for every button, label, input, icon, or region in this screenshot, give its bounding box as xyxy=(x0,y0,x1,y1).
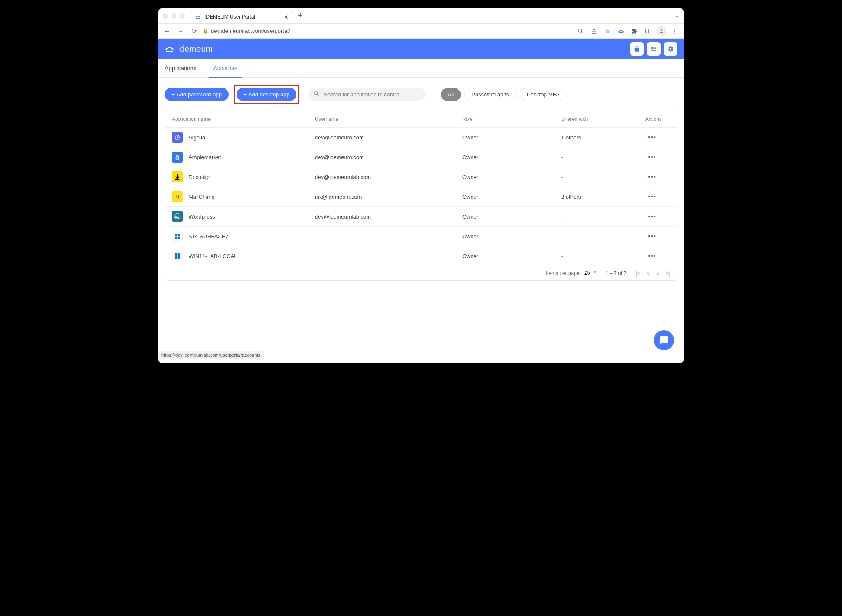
settings-button[interactable] xyxy=(664,42,677,56)
cell-username: dev@idemeumlab.com xyxy=(315,174,462,180)
status-bar: https://dev.idemeumlab.com/userportal/ac… xyxy=(158,351,264,359)
last-page-icon[interactable]: >| xyxy=(665,270,670,277)
toolbar: + Add password app + Add desktop app All… xyxy=(158,78,684,111)
close-window-icon[interactable] xyxy=(163,13,168,19)
url-text: dev.idemeumlab.com/userportal/ xyxy=(211,28,290,34)
table-row: MailChimp nik@idemeum.com Owner 2 others… xyxy=(165,187,677,207)
window-controls[interactable] xyxy=(163,13,185,19)
page-range: 1 – 7 of 7 xyxy=(605,270,626,276)
tab-list-icon[interactable]: ⌄ xyxy=(675,13,679,19)
row-actions-button[interactable]: ••• xyxy=(612,134,670,141)
paginator: Items per page: 25 1 – 7 of 7 |< < > >| xyxy=(165,266,677,280)
share-icon[interactable] xyxy=(589,26,599,36)
svg-rect-22 xyxy=(175,253,177,256)
tab-accounts[interactable]: Accounts xyxy=(213,59,238,77)
cell-role: Owner xyxy=(462,154,561,160)
idemeum-logo-icon xyxy=(165,44,175,54)
cell-username: dev@idemeumlab.com xyxy=(315,213,462,220)
close-tab-icon[interactable]: ✕ xyxy=(284,14,288,20)
cell-shared-with: - xyxy=(561,154,612,160)
zoom-icon[interactable] xyxy=(576,26,586,36)
table-row: a Amplemarket dev@idemeum.com Owner - ••… xyxy=(165,147,677,167)
row-actions-button[interactable]: ••• xyxy=(612,233,670,240)
svg-rect-24 xyxy=(175,256,177,259)
menu-icon[interactable]: ⋮ xyxy=(670,26,680,36)
bookmark-icon[interactable]: ☆ xyxy=(602,26,613,36)
header-shared-with: Shared with xyxy=(561,116,612,122)
filter-password-apps[interactable]: Password apps xyxy=(464,88,516,101)
row-actions-button[interactable]: ••• xyxy=(612,213,670,220)
lock-icon xyxy=(634,45,640,52)
cell-username: dev@idemeum.com xyxy=(315,134,462,141)
plus-icon: + xyxy=(243,91,247,98)
extension-idemeum-icon[interactable] xyxy=(616,26,626,36)
lock-button[interactable] xyxy=(630,42,644,56)
first-page-icon[interactable]: |< xyxy=(636,270,641,277)
page-size-control: Items per page: 25 xyxy=(546,269,596,277)
svg-rect-23 xyxy=(178,253,180,256)
cell-application-name: WIN11-LAB-LOCAL xyxy=(189,253,237,259)
cell-application-name: MailChimp xyxy=(189,194,214,200)
chat-icon xyxy=(659,335,669,345)
browser-urlbar: ← → ⟳ 🔒 dev.idemeumlab.com/userportal/ ☆… xyxy=(158,24,684,39)
filter-desktop-mfa[interactable]: Desktop MFA xyxy=(520,88,567,101)
page-size-select[interactable]: 25 xyxy=(584,269,596,277)
search-box[interactable] xyxy=(308,88,426,101)
sidepanel-icon[interactable] xyxy=(643,26,653,36)
highlight-annotation: + Add desktop app xyxy=(234,85,299,104)
prev-page-icon[interactable]: < xyxy=(647,270,650,277)
minimize-window-icon[interactable] xyxy=(171,13,176,19)
filter-all[interactable]: All xyxy=(441,88,461,101)
svg-line-10 xyxy=(317,94,318,96)
brand-logo[interactable]: idemeum xyxy=(165,44,213,54)
cell-role: Owner xyxy=(462,194,561,200)
maximize-window-icon[interactable] xyxy=(180,13,185,19)
plus-icon: + xyxy=(171,91,175,98)
cell-shared-with: - xyxy=(561,253,612,259)
tune-button[interactable] xyxy=(647,42,661,56)
windows-icon xyxy=(172,231,183,242)
cell-shared-with: 2 others xyxy=(561,194,612,200)
svg-rect-18 xyxy=(175,234,177,236)
browser-tab[interactable]: IDEMEUM User Portal ✕ xyxy=(190,11,293,23)
amplemarket-icon: a xyxy=(172,152,183,163)
table-row: Algolia dev@idemeum.com Owner 1 others •… xyxy=(165,128,677,147)
row-actions-button[interactable]: ••• xyxy=(612,193,670,200)
add-desktop-app-label: Add desktop app xyxy=(248,91,290,98)
forward-button-icon[interactable]: → xyxy=(176,26,186,36)
search-icon xyxy=(314,91,320,98)
filter-chips: All Password apps Desktop MFA xyxy=(441,88,567,101)
table-row: Docusign dev@idemeumlab.com Owner - ••• xyxy=(165,167,677,187)
gear-icon xyxy=(667,45,674,52)
add-password-app-button[interactable]: + Add password app xyxy=(165,88,229,101)
next-page-icon[interactable]: > xyxy=(656,270,659,277)
add-password-app-label: Add password app xyxy=(176,91,222,98)
accounts-table: Application name Username Role Shared wi… xyxy=(165,111,677,281)
cell-username: dev@idemeum.com xyxy=(315,154,462,160)
tab-applications[interactable]: Applications xyxy=(165,59,197,77)
add-desktop-app-button[interactable]: + Add desktop app xyxy=(237,88,296,101)
cell-application-name: Algolia xyxy=(189,134,205,141)
svg-point-13 xyxy=(174,194,180,200)
table-row: NIK-SURFACE7 Owner - ••• xyxy=(165,227,677,246)
svg-rect-21 xyxy=(178,237,180,239)
app-header: idemeum xyxy=(158,39,684,59)
reload-button-icon[interactable]: ⟳ xyxy=(189,26,199,36)
new-tab-button[interactable]: + xyxy=(298,11,303,20)
profile-icon[interactable] xyxy=(656,26,666,36)
back-button-icon[interactable]: ← xyxy=(162,26,172,36)
row-actions-button[interactable]: ••• xyxy=(612,154,670,160)
row-actions-button[interactable]: ••• xyxy=(612,173,670,180)
extensions-icon[interactable] xyxy=(629,26,639,36)
search-input[interactable] xyxy=(324,91,420,98)
cell-application-name: Wordpress xyxy=(189,213,215,220)
cell-role: Owner xyxy=(462,174,561,180)
windows-icon xyxy=(172,251,183,261)
svg-point-15 xyxy=(178,195,179,196)
cell-role: Owner xyxy=(462,233,561,240)
address-bar[interactable]: 🔒 dev.idemeumlab.com/userportal/ xyxy=(203,28,290,34)
chat-widget-button[interactable] xyxy=(654,330,674,350)
cell-application-name: Amplemarket xyxy=(189,154,221,160)
row-actions-button[interactable]: ••• xyxy=(612,253,670,259)
cell-username: nik@idemeum.com xyxy=(315,194,462,200)
